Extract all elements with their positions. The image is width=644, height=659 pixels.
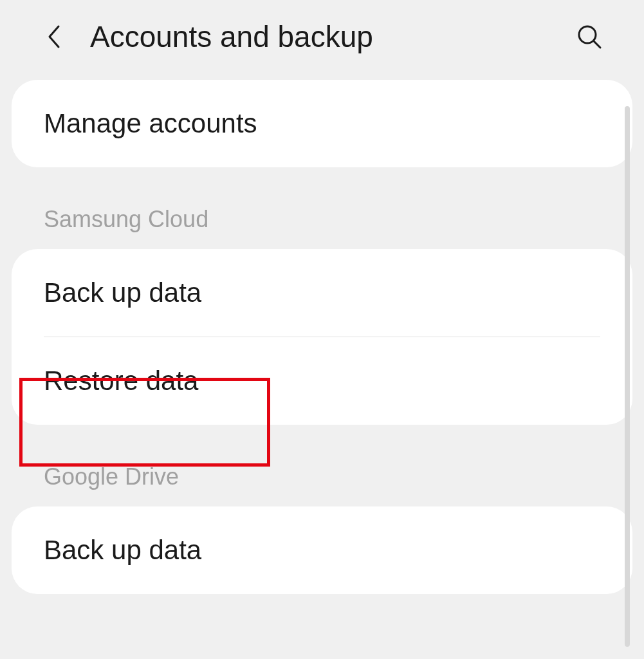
scrollbar[interactable] — [625, 106, 630, 647]
samsung-restore-item[interactable]: Restore data — [12, 337, 632, 425]
page-title: Accounts and backup — [90, 19, 573, 54]
content: Manage accounts Samsung Cloud Back up da… — [0, 80, 644, 594]
header: Accounts and backup — [0, 0, 644, 80]
search-button[interactable] — [573, 21, 605, 53]
back-button[interactable] — [39, 21, 71, 53]
google-backup-item[interactable]: Back up data — [12, 506, 632, 594]
svg-line-1 — [594, 41, 600, 48]
manage-accounts-item[interactable]: Manage accounts — [12, 80, 632, 167]
samsung-backup-item[interactable]: Back up data — [12, 249, 632, 337]
accounts-card: Manage accounts — [12, 80, 632, 167]
samsung-cloud-header: Samsung Cloud — [12, 187, 632, 249]
samsung-cloud-card: Back up data Restore data — [12, 249, 632, 425]
search-icon — [576, 24, 602, 50]
google-drive-header: Google Drive — [12, 444, 632, 506]
google-drive-card: Back up data — [12, 506, 632, 594]
chevron-left-icon — [46, 24, 64, 50]
